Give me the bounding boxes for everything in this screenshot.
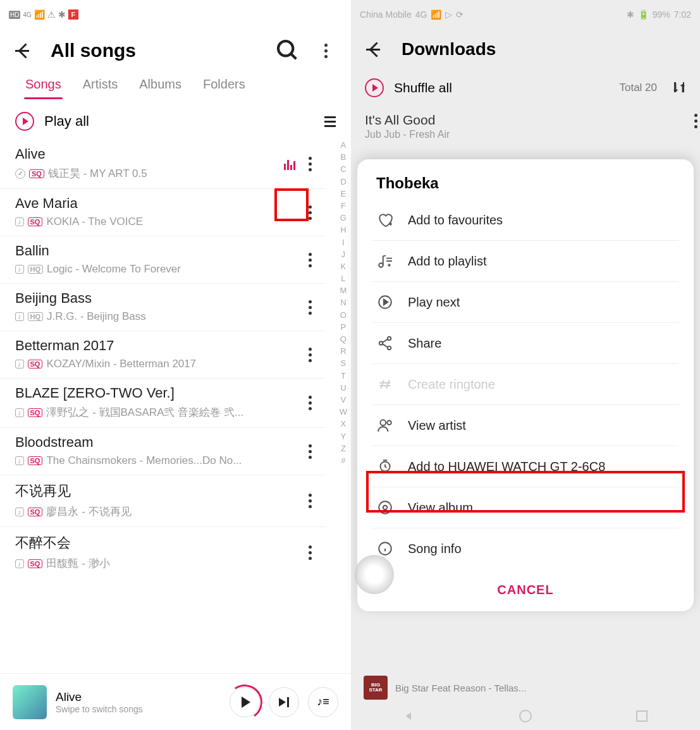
- sort-icon[interactable]: [672, 81, 686, 95]
- index-letter[interactable]: W: [340, 406, 347, 418]
- menu-item-heart[interactable]: Add to favourites: [372, 200, 679, 241]
- shuffle-row[interactable]: Shuffle all Total 20: [351, 70, 700, 106]
- menu-item-info[interactable]: Song info: [372, 528, 679, 569]
- song-more-button[interactable]: [300, 442, 319, 461]
- track-row[interactable]: It's All Good Jub Jub - Fresh Air: [351, 106, 700, 147]
- index-letter[interactable]: F: [341, 200, 346, 212]
- song-more-button[interactable]: [300, 298, 319, 317]
- index-letter[interactable]: T: [341, 370, 346, 382]
- menu-label: Create ringtone: [408, 377, 495, 392]
- time-label: 7:02: [674, 9, 691, 20]
- queue-button[interactable]: ♪≡: [308, 687, 338, 717]
- index-letter[interactable]: N: [340, 297, 346, 308]
- mini-album-art: BIGSTAR: [364, 676, 388, 700]
- cancel-button[interactable]: CANCEL: [357, 569, 694, 611]
- song-item[interactable]: Bloodstream♪ SQ The Chainsmokers - Memor…: [0, 428, 326, 475]
- index-letter[interactable]: Z: [341, 443, 346, 454]
- song-item[interactable]: Beijing Bass♪ HQ J.R.G. - Beijing Bass: [0, 284, 326, 331]
- now-playing-bar[interactable]: Alive Swipe to switch songs ♪≡: [0, 673, 351, 730]
- index-letter[interactable]: C: [340, 164, 346, 175]
- heart-icon: [376, 211, 394, 229]
- menu-item-artist[interactable]: View artist: [372, 405, 679, 446]
- song-item[interactable]: Ave Maria♪ SQ KOKIA - The VOICE: [0, 189, 326, 236]
- svg-line-1: [291, 54, 296, 59]
- next-button[interactable]: [269, 687, 299, 717]
- carrier-label: China Mobile: [360, 9, 412, 20]
- song-item[interactable]: BLAZE [ZERO-TWO Ver.]♪ SQ 澤野弘之 - 戦国BASAR…: [0, 379, 326, 428]
- index-letter[interactable]: U: [340, 382, 346, 394]
- share-icon: [376, 334, 394, 352]
- more-button[interactable]: [313, 38, 338, 63]
- playnext-icon: [376, 293, 394, 311]
- index-letter[interactable]: P: [341, 322, 347, 333]
- song-title: Betterman 2017: [15, 338, 310, 354]
- tabs: Songs Artists Albums Folders: [0, 72, 351, 99]
- index-letter[interactable]: L: [341, 273, 345, 284]
- alpha-index[interactable]: ABCDEFGHIJKLMNOPQRSTUVWXYZ#: [340, 140, 347, 466]
- index-letter[interactable]: E: [341, 188, 347, 200]
- song-item[interactable]: Ballin♪ HQ Logic - Welcome To Forever: [0, 236, 326, 284]
- menu-item-album[interactable]: View album: [372, 487, 679, 528]
- song-more-button[interactable]: [300, 155, 319, 174]
- svg-line-13: [383, 339, 388, 343]
- nav-home[interactable]: [518, 709, 533, 724]
- tab-songs[interactable]: Songs: [25, 72, 61, 99]
- tab-albums[interactable]: Albums: [139, 72, 181, 99]
- song-more-button[interactable]: [300, 544, 319, 563]
- index-letter[interactable]: A: [341, 140, 347, 151]
- index-letter[interactable]: R: [340, 346, 346, 357]
- ringtone-icon: [376, 375, 394, 393]
- equalizer-icon: [284, 159, 295, 170]
- back-button[interactable]: [13, 38, 38, 63]
- index-letter[interactable]: O: [340, 310, 347, 321]
- song-more-button[interactable]: [300, 345, 319, 364]
- menu-item-playlist[interactable]: Add to playlist: [372, 241, 679, 282]
- nav-back[interactable]: [402, 709, 417, 724]
- action-sheet: Thobeka Add to favouritesAdd to playlist…: [357, 159, 694, 611]
- index-letter[interactable]: J: [341, 249, 346, 260]
- menu-item-watch[interactable]: Add to HUAWEI WATCH GT 2-6C8: [372, 446, 679, 487]
- tab-folders[interactable]: Folders: [203, 72, 245, 99]
- index-letter[interactable]: B: [341, 152, 347, 163]
- index-letter[interactable]: I: [342, 237, 345, 248]
- index-letter[interactable]: Y: [341, 431, 347, 442]
- song-meta: ♪ SQ KOZAY/Mixin - Betterman 2017: [15, 358, 310, 370]
- back-button[interactable]: [364, 37, 389, 62]
- menu-item-share[interactable]: Share: [372, 323, 679, 364]
- song-meta: ♪ SQ 廖昌永 - 不说再见: [15, 504, 310, 519]
- index-letter[interactable]: G: [340, 212, 347, 224]
- multiselect-icon[interactable]: [319, 115, 336, 128]
- song-meta: ♪ SQ The Chainsmokers - Memories...Do No…: [15, 454, 310, 467]
- album-icon: [376, 499, 394, 516]
- mini-title: Big Star Feat Reason - Tellas...: [395, 683, 526, 693]
- shuffle-play-icon: [365, 78, 384, 97]
- song-item[interactable]: 不说再见♪ SQ 廖昌永 - 不说再见: [0, 475, 326, 527]
- song-more-button[interactable]: [300, 203, 319, 222]
- song-more-button[interactable]: [300, 492, 319, 511]
- menu-item-playnext[interactable]: Play next: [372, 282, 679, 323]
- song-item[interactable]: Alive✓ SQ 钱正昊 - MY ART 0.5: [0, 140, 326, 189]
- index-letter[interactable]: V: [341, 394, 347, 406]
- index-letter[interactable]: #: [341, 455, 345, 466]
- battery-label: 99%: [653, 9, 670, 20]
- index-letter[interactable]: M: [340, 285, 347, 296]
- play-all-row[interactable]: Play all: [0, 99, 351, 140]
- index-letter[interactable]: X: [341, 418, 347, 430]
- mini-player[interactable]: BIGSTAR Big Star Feat Reason - Tellas...: [351, 671, 700, 705]
- song-more-button[interactable]: [300, 394, 319, 413]
- tab-artists[interactable]: Artists: [83, 72, 118, 99]
- track-more-icon[interactable]: [694, 114, 697, 128]
- index-letter[interactable]: S: [341, 358, 347, 369]
- index-letter[interactable]: Q: [340, 334, 347, 345]
- status-bar: China Mobile 4G📶▷⟳ ✱🔋 99% 7:02: [351, 0, 700, 29]
- assistive-touch[interactable]: [355, 555, 394, 594]
- search-button[interactable]: [275, 38, 300, 63]
- index-letter[interactable]: K: [341, 261, 347, 272]
- song-meta: ♪ HQ Logic - Welcome To Forever: [15, 263, 310, 276]
- song-more-button[interactable]: [300, 250, 319, 269]
- nav-recent[interactable]: [634, 709, 649, 724]
- index-letter[interactable]: H: [340, 224, 346, 236]
- index-letter[interactable]: D: [340, 176, 346, 188]
- song-item[interactable]: 不醉不会♪ SQ 田馥甄 - 渺小: [0, 527, 326, 578]
- song-item[interactable]: Betterman 2017♪ SQ KOZAY/Mixin - Betterm…: [0, 331, 326, 379]
